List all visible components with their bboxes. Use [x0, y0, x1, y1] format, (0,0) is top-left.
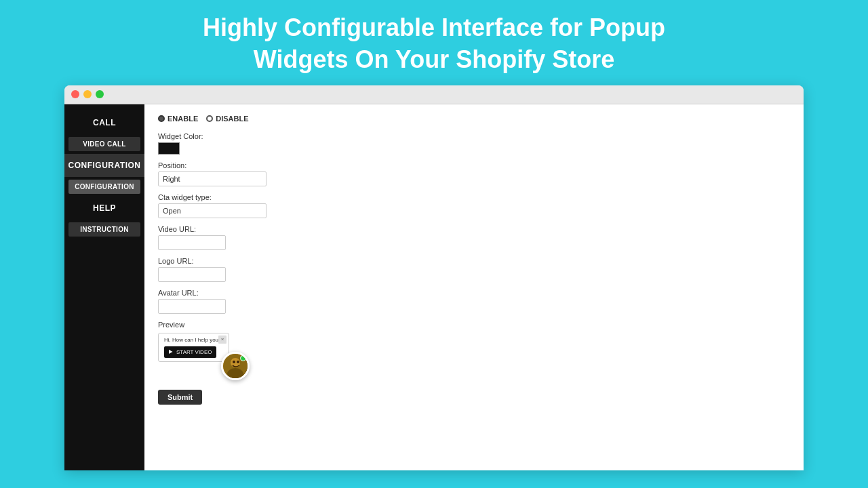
- sidebar-btn-configuration[interactable]: CONFIGURATION: [68, 180, 140, 194]
- color-swatch[interactable]: [158, 142, 180, 155]
- enable-radio-dot[interactable]: [158, 115, 165, 122]
- svg-point-4: [237, 361, 239, 363]
- browser-content: CALL VIDEO CALL CONFIGURATION CONFIGURAT…: [64, 104, 804, 470]
- sidebar-btn-instruction[interactable]: INSTRUCTION: [68, 222, 140, 237]
- avatar-url-label: Avatar URL:: [158, 289, 790, 297]
- preview-section: Preview × Hi, How can I help you? START …: [158, 321, 790, 380]
- sidebar-item-configuration[interactable]: CONFIGURATION: [64, 154, 144, 177]
- minimize-dot[interactable]: [83, 90, 92, 98]
- preview-close-button[interactable]: ×: [218, 336, 226, 344]
- logo-url-label: Logo URL:: [158, 257, 790, 265]
- sidebar: CALL VIDEO CALL CONFIGURATION CONFIGURAT…: [64, 104, 144, 470]
- main-content: ENABLE DISABLE Widget Color: Position:: [144, 104, 804, 470]
- avatar-url-field: Avatar URL:: [158, 289, 790, 314]
- widget-color-label: Widget Color:: [158, 132, 790, 140]
- maximize-dot[interactable]: [96, 90, 104, 98]
- video-url-label: Video URL:: [158, 225, 790, 233]
- avatar-url-input[interactable]: [158, 299, 226, 314]
- cta-widget-type-input[interactable]: [158, 203, 267, 218]
- browser-titlebar: [64, 85, 804, 104]
- toggle-row: ENABLE DISABLE: [158, 115, 790, 123]
- enable-label: ENABLE: [167, 115, 198, 123]
- preview-popup-text: Hi, How can I help you?: [164, 337, 223, 343]
- svg-point-3: [233, 361, 235, 363]
- sidebar-item-help[interactable]: HELP: [64, 197, 144, 220]
- video-camera-icon: [169, 350, 174, 354]
- preview-avatar: [221, 352, 250, 380]
- disable-radio-dot[interactable]: [206, 115, 213, 122]
- page-wrapper: Highly Configurable Interface for Popup …: [0, 0, 868, 488]
- sidebar-item-call[interactable]: CALL: [64, 111, 144, 134]
- disable-label: DISABLE: [216, 115, 248, 123]
- close-dot[interactable]: [71, 90, 79, 98]
- position-label: Position:: [158, 161, 790, 169]
- online-status-dot: [240, 355, 246, 361]
- video-url-input[interactable]: [158, 235, 226, 250]
- preview-start-video-button[interactable]: START VIDEO: [164, 346, 216, 358]
- cta-widget-type-field: Cta widget type:: [158, 193, 790, 218]
- sidebar-btn-video-call[interactable]: VIDEO CALL: [68, 137, 140, 151]
- header: Highly Configurable Interface for Popup …: [0, 0, 868, 85]
- widget-color-field: Widget Color:: [158, 132, 790, 155]
- cta-widget-type-label: Cta widget type:: [158, 193, 790, 201]
- browser-window: CALL VIDEO CALL CONFIGURATION CONFIGURAT…: [64, 85, 804, 470]
- enable-radio-group[interactable]: ENABLE: [158, 115, 198, 123]
- position-field: Position:: [158, 161, 790, 186]
- preview-label: Preview: [158, 321, 790, 329]
- preview-popup: × Hi, How can I help you? START VIDEO: [158, 333, 229, 362]
- video-url-field: Video URL:: [158, 225, 790, 250]
- preview-container: × Hi, How can I help you? START VIDEO: [158, 333, 253, 380]
- disable-radio-group[interactable]: DISABLE: [206, 115, 248, 123]
- submit-button[interactable]: Submit: [158, 390, 202, 405]
- logo-url-input[interactable]: [158, 267, 226, 282]
- logo-url-field: Logo URL:: [158, 257, 790, 282]
- position-input[interactable]: [158, 171, 267, 186]
- header-title: Highly Configurable Interface for Popup …: [14, 12, 854, 76]
